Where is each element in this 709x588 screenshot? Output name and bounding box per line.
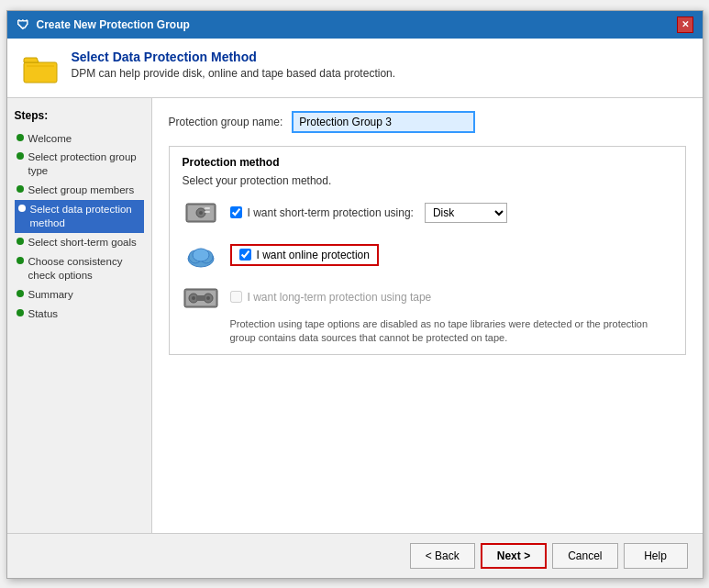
step-item-members: Select group members [15,181,144,200]
disk-svg [184,200,217,226]
header-text: Select Data Protection Method DPM can he… [72,50,396,80]
next-button[interactable]: Next > [481,543,547,569]
short-term-checkbox[interactable] [230,206,242,218]
header-title: Select Data Protection Method [72,50,396,64]
protection-group-name-row: Protection group name: [169,111,686,133]
step-dot-welcome [17,134,24,141]
step-item-goals: Select short-term goals [15,233,144,252]
tape-note: Protection using tape options are disabl… [230,317,672,346]
svg-rect-7 [205,211,210,213]
svg-point-11 [193,249,209,261]
svg-rect-1 [27,65,54,67]
dialog-window: 🛡 Create New Protection Group ✕ Select D… [6,10,703,579]
cancel-button[interactable]: Cancel [552,543,617,569]
protection-method-title: Protection method [183,156,672,169]
close-button[interactable]: ✕ [677,17,693,33]
protection-method-subtitle: Select your protection method. [183,174,672,187]
dialog-icon: 🛡 [17,17,29,32]
short-term-checkbox-label[interactable]: I want short-term protection using: [230,206,414,219]
back-button[interactable]: < Back [410,543,475,569]
title-bar: 🛡 Create New Protection Group ✕ [7,11,703,39]
tape-protection-row: I want long-term protection using tape [183,283,672,312]
svg-point-5 [199,211,203,215]
step-dot-summary [17,290,24,297]
protection-group-name-label: Protection group name: [169,116,283,128]
body-area: Steps: Welcome Select protection group t… [7,98,703,533]
help-button[interactable]: Help [624,543,688,569]
steps-panel: Steps: Welcome Select protection group t… [7,98,152,533]
online-protection-row: I want online protection [183,240,672,270]
svg-rect-18 [196,295,205,301]
svg-point-15 [192,296,195,300]
step-item-type: Select protection group type [15,148,144,181]
header-icon [22,50,59,86]
online-protection-checkbox[interactable] [239,249,251,261]
cloud-icon [183,240,219,270]
step-item-status: Status [15,305,144,324]
step-dot-members [17,185,24,193]
header-area: Select Data Protection Method DPM can he… [7,39,703,98]
online-protection-checkbox-wrapper: I want online protection [230,244,379,266]
header-subtitle: DPM can help provide disk, online and ta… [72,67,396,80]
protection-group-name-input[interactable] [292,111,475,133]
step-item-consistency: Choose consistency check options [15,252,144,285]
step-item-summary: Summary [15,285,144,305]
title-bar-left: 🛡 Create New Protection Group [17,17,190,32]
step-item-welcome: Welcome [15,129,144,149]
disk-icon [183,198,219,227]
step-dot-type [17,152,24,160]
footer: < Back Next > Cancel Help [7,533,703,578]
step-item-method: Select data protection method [15,200,144,233]
folder-icon [22,50,59,86]
tape-protection-checkbox-label: I want long-term protection using tape [230,291,432,304]
online-protection-label: I want online protection [257,249,370,261]
step-dot-status [17,309,24,316]
step-dot-consistency [17,257,24,264]
steps-title: Steps: [15,109,144,122]
step-dot-method [18,205,26,212]
short-term-row: I want short-term protection using: Disk… [183,198,672,227]
svg-rect-6 [205,207,210,209]
svg-point-17 [206,296,210,300]
cloud-svg [183,240,219,270]
step-dot-goals [17,238,24,245]
short-term-dropdown[interactable]: Disk Tape [425,203,507,223]
protection-method-section: Protection method Select your protection… [169,146,686,356]
tape-svg [183,283,219,311]
short-term-label-text: I want short-term protection using: [248,206,414,219]
tape-icon [183,283,219,312]
dialog-title: Create New Protection Group [37,18,190,31]
tape-protection-label-text: I want long-term protection using tape [248,291,432,304]
tape-protection-checkbox [230,291,242,303]
main-panel: Protection group name: Protection method… [152,98,703,533]
